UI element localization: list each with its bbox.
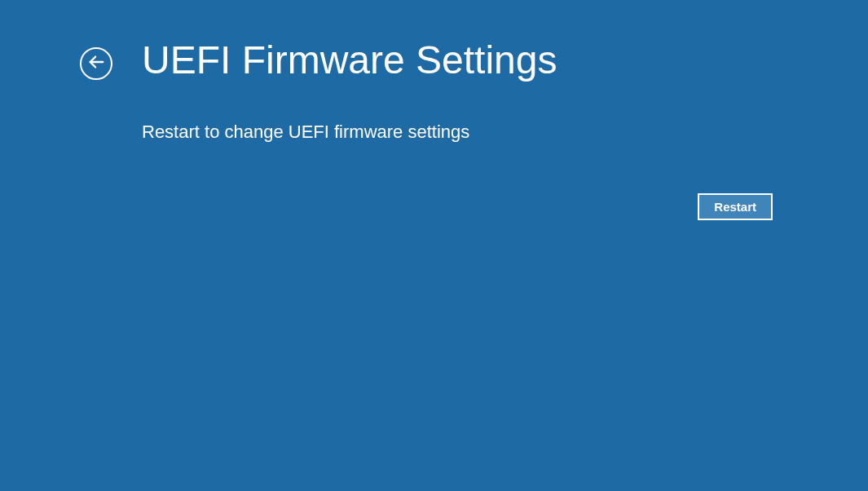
page-title: UEFI Firmware Settings — [142, 39, 557, 82]
back-arrow-icon — [87, 53, 105, 74]
restart-button[interactable]: Restart — [698, 193, 773, 220]
header: UEFI Firmware Settings — [0, 0, 868, 82]
content-area: Restart to change UEFI firmware settings — [0, 82, 868, 143]
back-button[interactable] — [80, 47, 112, 80]
description-text: Restart to change UEFI firmware settings — [142, 122, 868, 143]
